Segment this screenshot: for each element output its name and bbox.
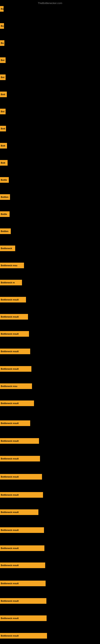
bar-label-5: Bott bbox=[1, 93, 5, 96]
bar-item-14: Bottleneck bbox=[0, 246, 15, 251]
bar-item-15: Bottleneck resu bbox=[0, 263, 24, 268]
bar-item-9: Bott bbox=[0, 160, 8, 166]
bar-item-7: Bott bbox=[0, 126, 6, 132]
bar-label-10: Bottle bbox=[1, 179, 7, 181]
bar-item-19: Bottleneck result bbox=[0, 331, 29, 337]
bar-item-20: Bottleneck result bbox=[0, 348, 30, 354]
bar-label-18: Bottleneck result bbox=[1, 316, 19, 318]
bar-item-36: Bottleneck result bbox=[0, 633, 47, 638]
bar-item-28: Bottleneck result bbox=[0, 492, 43, 498]
bar-item-0: Bo bbox=[0, 6, 3, 12]
bar-item-18: Bottleneck result bbox=[0, 314, 28, 320]
bar-label-34: Bottleneck result bbox=[1, 600, 19, 602]
bar-label-2: Bo bbox=[1, 42, 4, 44]
bar-label-21: Bottleneck result bbox=[1, 368, 19, 370]
bar-label-1: Bo bbox=[1, 25, 4, 27]
bar-label-12: Bottle bbox=[1, 213, 7, 215]
bar-item-13: Bottlen bbox=[0, 228, 11, 234]
bar-label-33: Bottleneck result bbox=[1, 582, 19, 585]
bar-item-35: Bottleneck result bbox=[0, 616, 47, 621]
bar-item-11: Bottlen bbox=[0, 194, 10, 200]
bar-label-31: Bottleneck result bbox=[1, 547, 19, 550]
bar-label-29: Bottleneck result bbox=[1, 511, 19, 514]
bar-label-17: Bottleneck result bbox=[1, 298, 19, 301]
bar-item-32: Bottleneck result bbox=[0, 562, 45, 568]
bar-item-1: Bo bbox=[0, 23, 4, 29]
bar-label-25: Bottleneck result bbox=[1, 440, 19, 442]
bar-label-30: Bottleneck result bbox=[1, 529, 19, 531]
bar-label-22: Bottleneck resu bbox=[1, 385, 17, 388]
bar-item-3: Bot bbox=[0, 57, 6, 63]
bar-item-23: Bottleneck result bbox=[0, 400, 34, 406]
bar-item-26: Bottleneck result bbox=[0, 456, 40, 462]
bar-label-8: Bott bbox=[1, 144, 5, 147]
bar-label-6: Bot bbox=[1, 110, 4, 113]
bar-label-36: Bottleneck result bbox=[1, 634, 19, 637]
bar-label-15: Bottleneck resu bbox=[1, 264, 17, 267]
bar-label-11: Bottlen bbox=[1, 196, 8, 198]
bar-label-32: Bottleneck result bbox=[1, 564, 19, 566]
bar-item-22: Bottleneck resu bbox=[0, 384, 32, 389]
bar-label-27: Bottleneck result bbox=[1, 476, 19, 478]
bar-label-9: Bott bbox=[1, 162, 5, 164]
bar-label-28: Bottleneck result bbox=[1, 494, 19, 496]
bar-item-10: Bottle bbox=[0, 177, 9, 183]
bar-item-6: Bot bbox=[0, 109, 6, 114]
bar-item-29: Bottleneck result bbox=[0, 509, 38, 515]
site-title: TheBottlenecker.com bbox=[38, 2, 62, 5]
bar-item-31: Bottleneck result bbox=[0, 546, 44, 551]
bar-label-14: Bottleneck bbox=[1, 247, 12, 250]
bar-item-16: Bottleneck re bbox=[0, 280, 22, 285]
bar-item-34: Bottleneck result bbox=[0, 598, 47, 604]
bar-label-4: Bot bbox=[1, 76, 4, 78]
bar-label-0: Bo bbox=[1, 8, 3, 10]
bar-item-21: Bottleneck result bbox=[0, 366, 31, 372]
bar-item-12: Bottle bbox=[0, 211, 10, 217]
bar-item-25: Bottleneck result bbox=[0, 438, 39, 444]
bar-item-30: Bottleneck result bbox=[0, 527, 44, 533]
bar-item-8: Bott bbox=[0, 143, 7, 148]
bar-item-27: Bottleneck result bbox=[0, 474, 42, 480]
bar-item-4: Bot bbox=[0, 74, 6, 80]
bar-label-3: Bot bbox=[1, 59, 4, 62]
bar-item-17: Bottleneck result bbox=[0, 297, 26, 302]
bar-item-24: Bottleneck result bbox=[0, 420, 30, 426]
bar-label-23: Bottleneck result bbox=[1, 402, 19, 404]
bar-label-35: Bottleneck result bbox=[1, 617, 19, 620]
bar-label-13: Bottlen bbox=[1, 230, 8, 232]
bar-item-5: Bott bbox=[0, 92, 7, 97]
bar-label-20: Bottleneck result bbox=[1, 350, 19, 352]
bar-label-16: Bottleneck re bbox=[1, 281, 15, 284]
bar-label-24: Bottleneck result bbox=[1, 422, 19, 424]
bar-label-7: Bott bbox=[1, 128, 5, 130]
bar-label-19: Bottleneck result bbox=[1, 333, 19, 335]
bar-item-2: Bo bbox=[0, 40, 4, 46]
bar-item-33: Bottleneck result bbox=[0, 580, 46, 586]
bar-label-26: Bottleneck result bbox=[1, 458, 19, 460]
